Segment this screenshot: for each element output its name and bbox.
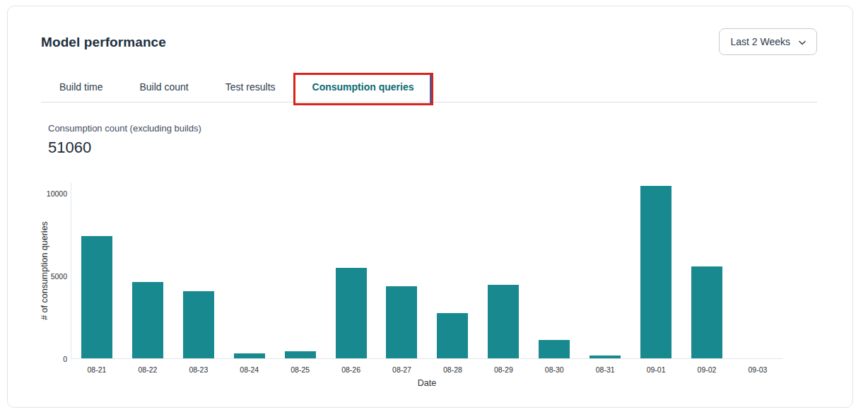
bar-slot: 08-24 <box>224 183 275 358</box>
bar-slot: 08-22 <box>122 183 173 358</box>
tab-test-results[interactable]: Test results <box>207 74 294 102</box>
x-tick-label: 08-29 <box>478 365 529 374</box>
x-axis-title: Date <box>71 378 783 388</box>
bar-slot: 08-21 <box>71 183 122 358</box>
y-axis-ticks: 0500010000 <box>8 183 71 359</box>
metric-label: Consumption count (excluding builds) <box>48 122 852 134</box>
bar-slot: 09-03 <box>732 183 783 358</box>
tab-focus-ring <box>430 75 431 103</box>
model-performance-card: Model performance Last 2 Weeks Build tim… <box>7 6 853 408</box>
page-title: Model performance <box>41 35 166 50</box>
y-tick-label: 5000 <box>51 272 67 281</box>
bar-09-02[interactable] <box>691 266 722 358</box>
bar-08-28[interactable] <box>437 313 468 358</box>
bar-slot: 08-31 <box>580 183 631 358</box>
tab-consumption-queries[interactable]: Consumption queries <box>294 74 433 102</box>
bar-slot: 08-28 <box>427 183 478 358</box>
bar-08-27[interactable] <box>386 286 417 358</box>
x-tick-label: 08-27 <box>377 365 428 374</box>
tab-label: Test results <box>225 81 276 93</box>
metric-block: Consumption count (excluding builds) 510… <box>48 122 852 157</box>
bar-08-29[interactable] <box>488 285 519 358</box>
bar-slot: 08-23 <box>173 183 224 358</box>
consumption-queries-chart: # of consumption queries 0500010000 08-2… <box>8 183 852 399</box>
bar-08-21[interactable] <box>81 236 112 358</box>
bar-slot: 09-02 <box>681 183 732 358</box>
bar-08-23[interactable] <box>183 291 214 358</box>
bar-slot: 08-30 <box>529 183 580 358</box>
x-tick-label: 08-31 <box>580 365 631 374</box>
x-tick-label: 09-02 <box>681 365 732 374</box>
bar-slot: 09-01 <box>631 183 681 358</box>
bar-08-24[interactable] <box>234 353 265 358</box>
tab-bar: Build time Build count Test results Cons… <box>41 74 817 102</box>
tab-label: Build time <box>59 81 102 93</box>
bar-08-30[interactable] <box>539 340 570 358</box>
bar-08-25[interactable] <box>285 351 316 358</box>
x-tick-label: 08-28 <box>427 365 478 374</box>
x-tick-label: 08-26 <box>326 365 377 374</box>
y-tick-label: 0 <box>63 355 67 363</box>
x-tick-label: 09-03 <box>732 365 783 374</box>
x-tick-label: 08-24 <box>224 365 275 374</box>
bar-09-01[interactable] <box>640 186 671 358</box>
bar-08-26[interactable] <box>336 268 367 358</box>
page-background: Model performance Last 2 Weeks Build tim… <box>0 0 868 417</box>
bar-slot: 08-25 <box>275 183 326 358</box>
bar-plot: 08-2108-2208-2308-2408-2508-2608-2708-28… <box>71 183 783 359</box>
card-header: Model performance Last 2 Weeks <box>8 6 852 55</box>
x-tick-label: 08-30 <box>529 365 580 374</box>
x-tick-label: 08-21 <box>71 365 122 374</box>
tab-build-time[interactable]: Build time <box>41 74 121 102</box>
x-tick-label: 08-25 <box>275 365 326 374</box>
x-tick-label: 08-23 <box>173 365 224 374</box>
date-range-label: Last 2 Weeks <box>730 36 790 47</box>
y-tick-label: 10000 <box>47 189 67 198</box>
date-range-dropdown[interactable]: Last 2 Weeks <box>719 28 817 55</box>
bar-slot: 08-29 <box>478 183 529 358</box>
x-tick-label: 08-22 <box>122 365 173 374</box>
tab-label: Build count <box>139 81 188 93</box>
bar-08-31[interactable] <box>590 356 621 358</box>
bar-slot: 08-27 <box>377 183 428 358</box>
metric-value: 51060 <box>48 138 852 157</box>
tab-build-count[interactable]: Build count <box>121 74 206 102</box>
bar-slot: 08-26 <box>326 183 377 358</box>
chevron-down-icon <box>799 36 806 47</box>
x-tick-label: 09-01 <box>631 365 681 374</box>
bar-08-22[interactable] <box>132 282 163 358</box>
tab-label: Consumption queries <box>312 81 414 93</box>
